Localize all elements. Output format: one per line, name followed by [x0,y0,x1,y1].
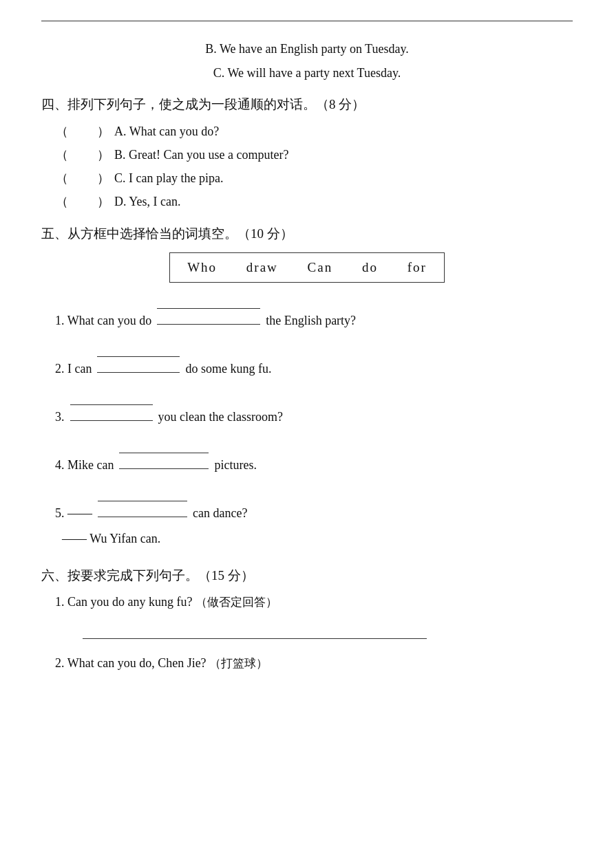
fill-q1-text1: 1. What can you do [55,314,151,328]
fill-q5-text: can dance? [193,506,247,521]
fill-q2-text2: do some kung fu. [185,362,271,376]
fill-q5-blanks [98,488,187,519]
fill-q5-answer: —— Wu Yifan can. [62,532,573,546]
option-c: C. I can play the pipa. [114,171,223,186]
blank-line-top [70,391,153,405]
blank-line-top [98,488,187,501]
blank-line-bottom [70,407,153,421]
bracket-open: （ [55,193,69,210]
option-b-text: B. We have an English party on Tuesday. [41,42,573,56]
blank-line-bottom [97,359,180,373]
section6-q1: 1. Can you do any kung fu? （做否定回答） [55,594,573,639]
word-draw: draw [246,260,278,274]
fill-q2-blanks [97,343,180,375]
word-can: Can [308,260,333,274]
bracket-close: ） [96,170,110,186]
bracket-open: （ [55,147,69,163]
bracket-space [69,124,96,139]
section6-heading: 六、按要求完成下列句子。（15 分） [41,567,573,585]
word-who: Who [187,260,217,274]
blank-line-top [97,343,180,357]
bracket-close: ） [96,147,110,163]
fill-q4: 4. Mike can pictures. [55,440,573,473]
list-item: （ ） C. I can play the pipa. [55,170,573,186]
fill-q3-label: 3. [55,410,65,424]
fill-q1: 1. What can you do the English party? [55,295,573,328]
list-item: （ ） A. What can you do? [55,123,573,140]
blank-line-top [119,440,209,453]
fill-q5: 5. —— can dance? —— Wu Yifan can. [55,488,573,546]
fill-q5-dash: 5. —— [55,506,92,521]
section6-q2-text: 2. What can you do, Chen Jie? （打篮球） [55,655,573,671]
fill-q2-text1: 2. I can [55,362,92,376]
fill-q1-text2: the English party? [266,314,356,328]
blank-line-bottom [98,503,187,517]
answer-line-1 [83,622,427,639]
fill-q3: 3. you clean the classroom? [55,391,573,424]
fill-q3-blanks [70,391,153,423]
fill-q2: 2. I can do some kung fu. [55,343,573,376]
bracket-space [69,148,96,162]
list-item: （ ） B. Great! Can you use a computer? [55,147,573,163]
bracket-open: （ [55,123,69,140]
top-divider [41,21,573,21]
list-item: （ ） D. Yes, I can. [55,193,573,210]
section6-q1-text: 1. Can you do any kung fu? （做否定回答） [55,594,573,610]
fill-q4-blanks [119,440,209,471]
fill-q4-text2: pictures. [214,458,256,473]
section6-q2-instruction: （打篮球） [209,657,268,670]
blank-line-bottom [157,311,260,325]
bracket-open: （ [55,170,69,186]
section6-q1-instruction: （做否定回答） [195,596,277,609]
section5-heading: 五、从方框中选择恰当的词填空。（10 分） [41,225,573,243]
bracket-space [69,195,96,209]
section4-heading: 四、排列下列句子，使之成为一段通顺的对话。（8 分） [41,96,573,113]
option-c-text: C. We will have a party next Tuesday. [41,66,573,80]
fill-q3-text: you clean the classroom? [158,410,283,424]
section6: 六、按要求完成下列句子。（15 分） 1. Can you do any kun… [41,567,573,671]
option-d: D. Yes, I can. [114,195,181,209]
blank-line-top [157,295,260,309]
option-b: B. Great! Can you use a computer? [114,148,288,162]
bracket-space [69,171,96,186]
section6-q2: 2. What can you do, Chen Jie? （打篮球） [55,655,573,671]
option-a: A. What can you do? [114,124,219,139]
blank-line-bottom [119,455,209,469]
word-for: for [407,260,427,274]
bracket-close: ） [96,193,110,210]
fill-q1-blanks [157,295,260,327]
word-box: Who draw Can do for [169,252,445,283]
fill-q4-text1: 4. Mike can [55,458,114,473]
word-do: do [362,260,378,274]
bracket-close: ） [96,123,110,140]
